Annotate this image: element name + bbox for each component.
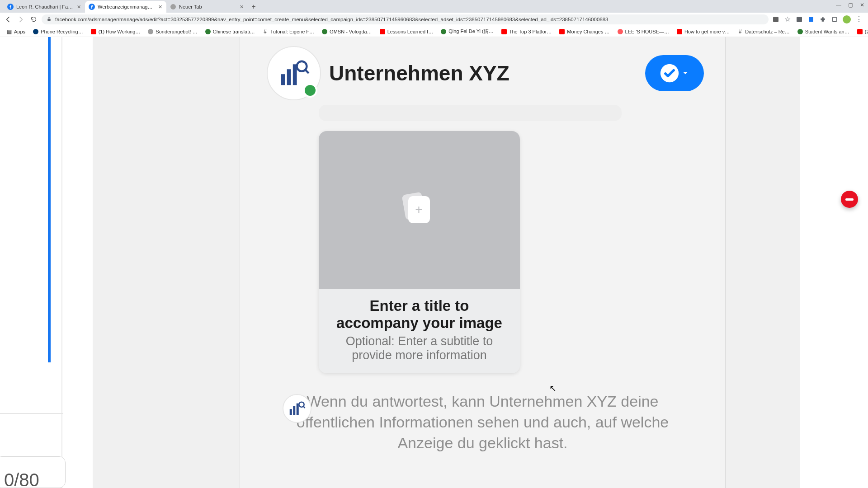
stop-recording-button[interactable] — [841, 191, 858, 208]
close-icon[interactable]: ✕ — [158, 4, 163, 9]
bookmark-label: Sonderangebot! … — [156, 29, 197, 34]
close-window-icon[interactable]: ✕ — [859, 2, 865, 8]
minimize-icon[interactable]: — — [835, 2, 842, 8]
bookmark-item[interactable]: #Tutorial: Eigene F… — [260, 28, 316, 36]
youtube-icon — [501, 28, 507, 35]
bookmark-item[interactable]: Money Changes … — [557, 28, 612, 36]
card-title[interactable]: Enter a title to accompany your image — [328, 297, 511, 332]
bookmark-label: Apps — [14, 29, 25, 34]
extension-icon[interactable] — [796, 16, 803, 23]
bookmark-item[interactable]: How to get more v… — [674, 28, 732, 36]
new-tab-button[interactable]: + — [248, 1, 259, 13]
bookmark-item[interactable]: Chinese translati… — [203, 28, 257, 36]
hash-icon: # — [737, 28, 743, 35]
globe-icon — [170, 4, 176, 10]
bookmark-label: Money Changes … — [567, 29, 609, 34]
svg-rect-5 — [281, 74, 285, 85]
forward-button[interactable] — [16, 15, 25, 24]
bookmark-label: GMSN - Vologda… — [330, 29, 372, 34]
bookmark-item[interactable]: #Datenschutz – Re… — [735, 28, 792, 36]
facebook-icon — [7, 4, 14, 10]
privacy-disclosure: Wenn du antwortest, kann Unternehmen XYZ… — [267, 391, 698, 454]
bookmark-label: Tutorial: Eigene F… — [270, 29, 314, 34]
bookmark-item[interactable]: LEE 'S HOUSE—… — [615, 28, 671, 36]
mouse-cursor: ↖ — [549, 383, 557, 394]
bookmark-label: Datenschutz – Re… — [745, 29, 789, 34]
bookmark-item[interactable]: Phone Recycling… — [30, 28, 85, 36]
preview-header: Unternehmen XYZ — [240, 37, 726, 105]
bookmark-label: How to get more v… — [684, 29, 730, 34]
bookmark-item[interactable]: The Top 3 Platfor… — [499, 28, 554, 36]
url-text: facebook.com/adsmanager/manage/ads/edit?… — [55, 17, 764, 22]
bookmark-label: (2) How To Add A… — [865, 29, 868, 34]
bookmark-label: Lessons Learned f… — [387, 29, 434, 34]
card-text-area: Enter a title to accompany your image Op… — [319, 289, 520, 373]
bookmark-item[interactable]: Lessons Learned f… — [377, 28, 436, 36]
tab-title: Neuer Tab — [179, 4, 236, 9]
address-bar[interactable]: facebook.com/adsmanager/manage/ads/edit?… — [42, 14, 769, 24]
page-content: 0/80 Unternehmen XYZ — [0, 37, 868, 488]
svg-rect-2 — [47, 19, 50, 21]
svg-rect-4 — [832, 17, 836, 21]
left-accent-bar — [48, 37, 51, 362]
dot-icon — [797, 28, 803, 35]
browser-tab-1[interactable]: Werbeanzeigenmanager - We ✕ — [85, 1, 166, 13]
star-icon[interactable]: ☆ — [784, 16, 791, 23]
bookmark-item[interactable]: Qing Fei De Yi (情… — [438, 27, 496, 36]
preview-body: + Enter a title to accompany your image … — [240, 105, 726, 454]
bookmark-label: Qing Fei De Yi (情… — [448, 28, 494, 35]
close-icon[interactable]: ✕ — [77, 4, 81, 9]
puzzle-icon[interactable] — [819, 16, 826, 23]
grid-icon: ▦ — [6, 28, 12, 35]
browser-tab-2[interactable]: Neuer Tab ✕ — [166, 1, 248, 13]
back-button[interactable] — [4, 15, 13, 24]
close-icon[interactable]: ✕ — [239, 4, 244, 9]
business-avatar — [267, 46, 321, 100]
tab-strip: Leon R. Chaudhari | Facebook ✕ Werbeanze… — [0, 0, 868, 13]
sender-avatar — [283, 394, 311, 423]
bookmark-item[interactable]: Student Wants an… — [795, 28, 852, 36]
skeleton-bar — [319, 105, 622, 121]
maximize-icon[interactable]: ▢ — [847, 2, 854, 8]
counter-box: 0/80 — [0, 456, 66, 488]
dot-icon — [321, 28, 328, 35]
profile-avatar[interactable] — [843, 15, 851, 23]
confirm-dropdown-button[interactable] — [645, 55, 704, 91]
bookmark-item[interactable]: GMSN - Vologda… — [319, 28, 374, 36]
minus-icon — [845, 198, 854, 201]
panel-divider — [61, 37, 62, 488]
gtranslate-icon[interactable] — [772, 16, 779, 23]
image-placeholder[interactable]: + — [319, 131, 520, 289]
reader-icon[interactable] — [831, 16, 838, 23]
saved-icon[interactable] — [807, 16, 815, 23]
tab-title: Werbeanzeigenmanager - We — [98, 4, 156, 9]
browser-tab-0[interactable]: Leon R. Chaudhari | Facebook ✕ — [4, 1, 85, 13]
dot-icon — [205, 28, 211, 35]
bookmark-item[interactable]: Sonderangebot! … — [145, 28, 199, 36]
svg-line-9 — [305, 70, 309, 73]
bookmark-item[interactable]: (1) How Working… — [88, 28, 143, 36]
browser-toolbar: facebook.com/adsmanager/manage/ads/edit?… — [0, 13, 868, 26]
reload-button[interactable] — [29, 15, 38, 24]
gutter-left — [93, 37, 133, 488]
menu-icon[interactable]: ⋮ — [855, 16, 863, 23]
bookmark-label: LEE 'S HOUSE—… — [625, 29, 669, 34]
bookmark-item[interactable]: (2) How To Add A… — [854, 28, 868, 36]
svg-rect-11 — [290, 409, 292, 415]
bookmark-label: Phone Recycling… — [41, 29, 83, 34]
youtube-icon — [676, 28, 683, 35]
chevron-down-icon — [681, 69, 689, 77]
svg-rect-3 — [809, 17, 813, 22]
bookmark-apps[interactable]: ▦Apps — [4, 28, 28, 36]
card-subtitle[interactable]: Optional: Enter a subtitle to provide mo… — [328, 334, 511, 362]
dot-icon — [440, 28, 447, 35]
image-card[interactable]: + Enter a title to accompany your image … — [319, 131, 520, 373]
bookmark-label: The Top 3 Platfor… — [509, 29, 552, 34]
lock-icon — [46, 17, 52, 22]
check-icon — [660, 63, 679, 83]
svg-rect-6 — [287, 69, 291, 85]
bookmark-label: Chinese translati… — [213, 29, 255, 34]
facebook-icon — [89, 4, 95, 10]
business-name: Unternehmen XYZ — [329, 61, 509, 85]
window-controls: — ▢ ✕ — [835, 2, 865, 8]
